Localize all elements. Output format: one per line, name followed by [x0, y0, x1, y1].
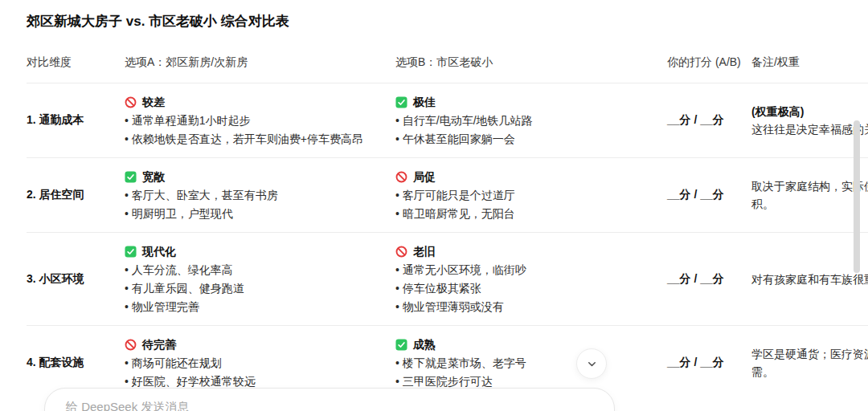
row-dimension: 2. 居住空间 [27, 167, 125, 223]
note-cell: 学区是硬通货；医疗资源是刚需。 [751, 335, 868, 391]
bullet-item: 暗卫暗厨常见，无阳台 [395, 205, 656, 223]
status-label: 待完善 [142, 335, 176, 354]
status-label: 较差 [142, 92, 165, 112]
bullet-item: 物业管理薄弱或没有 [395, 298, 656, 316]
bullet-item: 商场可能还在规划 [125, 354, 384, 372]
bullet-item: 有儿童乐园、健身跑道 [125, 279, 384, 298]
table-header-row: 对比维度 选项A：郊区新房/次新房 选项B：市区老破小 你的打分 (A/B) 备… [27, 55, 868, 83]
check-square-icon [125, 246, 137, 258]
score-cell: __分 / __分 [667, 242, 751, 316]
bullet-item: 客厅大、卧室大，甚至有书房 [125, 186, 384, 205]
score-cell: __分 / __分 [667, 167, 751, 223]
bullet-item: 人车分流、绿化率高 [125, 261, 384, 279]
status-label: 极佳 [413, 92, 436, 112]
status-line: 较差 [125, 92, 384, 112]
bullet-item: 通常无小区环境，临街吵 [395, 261, 656, 279]
status-line: 老旧 [395, 242, 656, 261]
header-option-b: 选项B：市区老破小 [395, 55, 667, 69]
bullet-item: 通常单程通勤1小时起步 [125, 112, 384, 130]
note-cell: (权重极高) 这往往是决定幸福感的关键。 [751, 92, 868, 149]
check-square-icon [395, 96, 407, 108]
note-text: 这往往是决定幸福感的关键。 [751, 120, 868, 138]
bullet-item: 依赖地铁是否直达，若开车则油费+停车费高昂 [125, 130, 384, 149]
vertical-scrollbar-thumb[interactable] [854, 120, 860, 273]
option-b-cell: 极佳 自行车/电动车/地铁几站路 午休甚至能回家躺一会 [395, 92, 667, 149]
option-b-cell: 成熟 楼下就是菜市场、老字号 三甲医院步行可达 [395, 335, 667, 391]
chevron-down-icon [586, 358, 598, 370]
scroll-to-bottom-button[interactable] [576, 348, 607, 379]
bullet-item: 楼下就是菜市场、老字号 [395, 354, 656, 372]
status-label: 老旧 [413, 242, 436, 261]
prohibited-icon [395, 246, 407, 258]
bullet-item: 停车位极其紧张 [395, 279, 656, 298]
check-square-icon [125, 171, 137, 183]
note-weight-label: (权重极高) [751, 103, 868, 120]
note-cell: 对有孩家庭和有车族很重要。 [751, 242, 868, 316]
prohibited-icon [395, 171, 407, 183]
message-composer[interactable]: 给 DeepSeek 发送消息 [44, 388, 615, 411]
row-dimension: 1. 通勤成本 [27, 92, 125, 149]
row-dimension: 4. 配套设施 [27, 335, 125, 391]
row-dimension: 3. 小区环境 [27, 242, 125, 316]
option-a-cell: 现代化 人车分流、绿化率高 有儿童乐园、健身跑道 物业管理完善 [125, 242, 395, 316]
score-cell: __分 / __分 [667, 92, 751, 149]
note-text: 学区是硬通货；医疗资源是刚需。 [751, 345, 868, 380]
status-line: 宽敞 [125, 167, 384, 186]
header-dimension: 对比维度 [27, 55, 125, 69]
note-text: 取决于家庭结构，实际使用面积。 [751, 177, 868, 213]
prohibited-icon [125, 96, 137, 108]
header-note: 备注/权重 [751, 55, 868, 69]
header-option-a: 选项A：郊区新房/次新房 [125, 55, 395, 69]
table-row: 3. 小区环境 现代化 人车分流、绿化率高 有儿童乐园、健身跑道 物业管理完善 … [27, 233, 868, 326]
option-b-cell: 老旧 通常无小区环境，临街吵 停车位极其紧张 物业管理薄弱或没有 [395, 242, 667, 316]
note-text: 对有孩家庭和有车族很重要。 [751, 271, 868, 288]
option-b-cell: 局促 客厅可能只是个过道厅 暗卫暗厨常见，无阳台 [395, 167, 667, 223]
status-line: 成熟 [395, 335, 656, 354]
bullet-item: 午休甚至能回家躺一会 [395, 130, 656, 149]
note-cell: 取决于家庭结构，实际使用面积。 [751, 167, 868, 223]
bullet-item: 客厅可能只是个过道厅 [395, 186, 656, 205]
option-a-cell: 待完善 商场可能还在规划 好医院、好学校通常较远 [125, 335, 395, 391]
status-label: 局促 [413, 167, 436, 186]
table-row: 1. 通勤成本 较差 通常单程通勤1小时起步 依赖地铁是否直达，若开车则油费+停… [27, 83, 868, 158]
status-label: 现代化 [142, 242, 176, 261]
status-label: 成熟 [413, 335, 436, 354]
header-score: 你的打分 (A/B) [667, 55, 751, 69]
chat-message-content: 郊区新城大房子 vs. 市区老破小 综合对比表 对比维度 选项A：郊区新房/次新… [27, 13, 868, 400]
check-square-icon [395, 339, 407, 351]
message-input-placeholder: 给 DeepSeek 发送消息 [66, 399, 614, 411]
status-line: 极佳 [395, 92, 656, 112]
status-line: 现代化 [125, 242, 384, 261]
bullet-item: 明厨明卫，户型现代 [125, 205, 384, 223]
bullet-item: 物业管理完善 [125, 298, 384, 316]
status-label: 宽敞 [142, 167, 165, 186]
status-line: 待完善 [125, 335, 384, 354]
option-a-cell: 较差 通常单程通勤1小时起步 依赖地铁是否直达，若开车则油费+停车费高昂 [125, 92, 395, 149]
option-a-cell: 宽敞 客厅大、卧室大，甚至有书房 明厨明卫，户型现代 [125, 167, 395, 223]
bullet-item: 自行车/电动车/地铁几站路 [395, 112, 656, 130]
page-title: 郊区新城大房子 vs. 市区老破小 综合对比表 [27, 13, 868, 31]
status-line: 局促 [395, 167, 656, 186]
table-row: 2. 居住空间 宽敞 客厅大、卧室大，甚至有书房 明厨明卫，户型现代 局促 客厅… [27, 158, 868, 233]
prohibited-icon [125, 339, 137, 351]
score-cell: __分 / __分 [667, 335, 751, 391]
